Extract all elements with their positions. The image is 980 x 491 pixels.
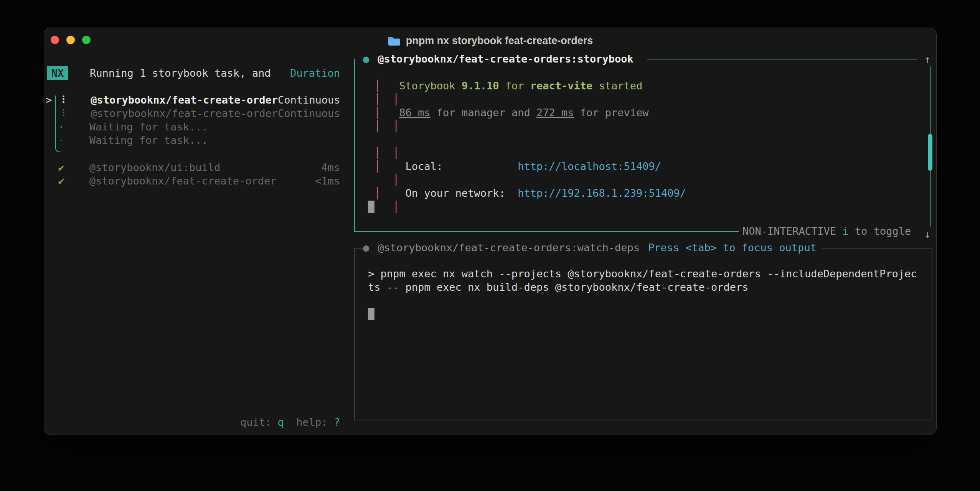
- text-segment: quit:: [240, 416, 278, 428]
- toggle-key: i: [842, 225, 848, 237]
- output-line: ts -- pnpm exec nx build-deps @storybook…: [368, 280, 917, 294]
- storybook-output: │ Storybook 9.1.10 for react-vite starte…: [368, 79, 686, 213]
- pending-dot-icon: ·: [46, 121, 89, 133]
- text-segment: [368, 187, 374, 199]
- text-segment: Running 1 storybook task, and: [90, 67, 271, 79]
- text-segment: [368, 147, 374, 159]
- text-segment: [381, 147, 393, 159]
- network-url-link[interactable]: http://192.168.1.239:51409/: [518, 187, 686, 199]
- text-segment: [46, 161, 58, 173]
- task-row[interactable]: ⠸ @storybooknx/feat-create-orderContinuo…: [46, 107, 340, 120]
- storybook-builder: react-vite: [530, 80, 593, 92]
- storybook-gutter-bar: │: [374, 93, 380, 105]
- storybook-gutter-bar: │: [374, 187, 380, 199]
- task-name: @storybooknx/feat-create-order: [91, 107, 278, 119]
- task-row[interactable]: · Waiting for task...: [46, 120, 340, 133]
- command-text: ts -- pnpm exec nx build-deps @storybook…: [368, 281, 749, 293]
- text-segment: [46, 107, 58, 119]
- text-segment: for manager and: [431, 107, 536, 119]
- task-name: Waiting for task...: [89, 121, 208, 133]
- storybook-gutter-bar: │: [393, 93, 399, 105]
- text-segment: [368, 174, 393, 186]
- task-duration: 4ms: [321, 161, 340, 173]
- watchdeps-panel-title: @storybooknx/feat-create-orders:watch-de…: [378, 241, 640, 254]
- minimize-button[interactable]: [66, 36, 75, 44]
- text-segment: [64, 161, 89, 173]
- zoom-button[interactable]: [82, 36, 91, 44]
- tasks-header-row: Running 1 storybook task, and Duration: [90, 66, 340, 80]
- watchdeps-output: > pnpm exec nx watch --projects @storybo…: [368, 267, 917, 321]
- text-segment: help:: [284, 416, 334, 428]
- help-key: ?: [334, 416, 340, 428]
- text-segment: [66, 94, 91, 106]
- output-line: │ 86 ms for manager and 272 ms for previ…: [368, 106, 686, 119]
- storybook-gutter-bar: │: [393, 174, 399, 186]
- desktop: { "window": { "title": "pnpm nx storyboo…: [0, 0, 980, 491]
- task-status: Continuous: [278, 94, 340, 106]
- window-title: pnpm nx storybook feat-create-orders: [406, 35, 593, 47]
- task-name: @storybooknx/ui:build: [89, 161, 220, 173]
- text-segment: for: [499, 80, 530, 92]
- quit-key: q: [277, 416, 284, 428]
- storybook-gutter-bar: │: [374, 80, 380, 92]
- completed-task-row[interactable]: ✔ @storybooknx/ui:build4ms: [46, 161, 340, 174]
- panel-dot-icon: ●: [363, 241, 369, 254]
- text-segment: [381, 160, 406, 172]
- panel-dot-icon: ●: [363, 53, 369, 66]
- preview-time: 272 ms: [536, 107, 574, 119]
- storybook-panel-bottom-border: [354, 231, 743, 232]
- scrollbar-thumb[interactable]: [928, 134, 932, 171]
- task-name: @storybooknx/feat-create-order: [91, 94, 278, 106]
- text-segment: [381, 107, 399, 119]
- duration-header: Duration: [290, 67, 340, 79]
- focus-hint: Press <tab> to focus output: [648, 241, 817, 254]
- text-segment: [368, 80, 374, 92]
- text-segment: [46, 175, 58, 187]
- text-segment: NON-INTERACTIVE: [742, 225, 842, 237]
- output-line: > pnpm exec nx watch --projects @storybo…: [368, 267, 917, 280]
- terminal-cursor: █: [368, 201, 374, 213]
- storybook-panel-left-border: [354, 59, 355, 232]
- text-segment: to toggle: [848, 225, 911, 237]
- text-segment: Storybook: [399, 80, 462, 92]
- output-line: │ On your network: http://192.168.1.239:…: [368, 186, 686, 200]
- folder-icon: [388, 36, 401, 46]
- text-segment: [381, 80, 399, 92]
- output-line: █: [368, 307, 917, 321]
- text-segment: started: [592, 80, 642, 92]
- task-name: @storybooknx/feat-create-order: [89, 175, 277, 187]
- storybook-gutter-bar: │: [393, 147, 399, 159]
- text-segment: for preview: [574, 107, 648, 119]
- selected-task-caret: >: [46, 94, 58, 106]
- output-line: │ │: [368, 92, 686, 106]
- storybook-gutter-bar: │: [393, 120, 399, 132]
- storybook-gutter-bar: │: [374, 160, 380, 172]
- scroll-up-icon[interactable]: ↑: [924, 53, 931, 66]
- local-url-link[interactable]: http://localhost:51409/: [518, 160, 661, 172]
- quit-help-footer: quit: q help: ?: [46, 415, 340, 429]
- task-status: Continuous: [278, 107, 340, 119]
- task-row[interactable]: > ⠸ @storybooknx/feat-create-orderContin…: [46, 93, 340, 107]
- check-icon: ✔: [58, 161, 64, 173]
- output-line: [368, 294, 917, 307]
- pending-dot-icon: ·: [46, 134, 89, 146]
- task-row[interactable]: · Waiting for task...: [46, 133, 340, 147]
- command-text: > pnpm exec nx watch --projects @storybo…: [368, 268, 917, 280]
- output-line: │: [368, 173, 686, 186]
- non-interactive-note: NON-INTERACTIVE i to toggle: [739, 225, 915, 238]
- text-segment: [381, 187, 406, 199]
- output-line: │ │: [368, 146, 686, 160]
- task-name: Waiting for task...: [89, 134, 208, 146]
- scroll-down-icon[interactable]: ↓: [924, 227, 931, 241]
- watchdeps-panel-header: ● @storybooknx/feat-create-orders:watch-…: [363, 241, 822, 254]
- storybook-version: 9.1.10: [462, 80, 499, 92]
- terminal-cursor: █: [368, 308, 374, 320]
- close-button[interactable]: [51, 36, 59, 44]
- completed-task-row[interactable]: ✔ @storybooknx/feat-create-order<1ms: [46, 174, 340, 188]
- spinner-icon: ⠸: [58, 94, 66, 106]
- storybook-gutter-bar: │: [374, 120, 380, 132]
- traffic-lights: [51, 36, 91, 44]
- text-segment: [368, 120, 374, 132]
- text-segment: [381, 120, 393, 132]
- nx-logo-badge: NX: [47, 66, 68, 80]
